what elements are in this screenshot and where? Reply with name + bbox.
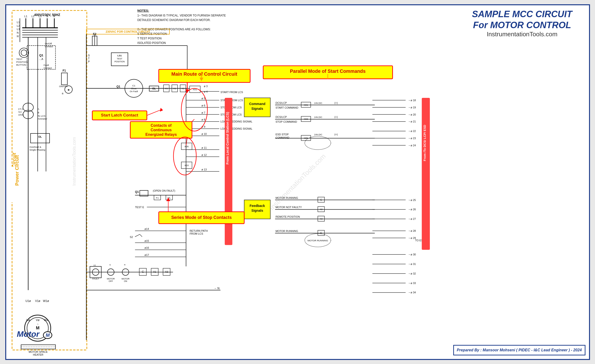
svg-text:L1: L1 (17, 21, 20, 24)
svg-text:X2: X2 (319, 208, 323, 211)
svg-text:TEST: TEST (16, 58, 22, 60)
svg-text:Feedback: Feedback (249, 204, 265, 208)
svg-text:S2: S2 (130, 236, 133, 238)
svg-text:ESD STOP: ESD STOP (276, 133, 289, 136)
svg-text:Q1: Q1 (116, 85, 120, 88)
svg-text:→ø 29: →ø 29 (408, 236, 416, 239)
svg-text:Contact: Contact (43, 67, 51, 69)
svg-text:ø 10: ø 10 (201, 132, 207, 135)
svg-text:X03: X03 (184, 164, 189, 167)
svg-point-284 (173, 137, 196, 175)
svg-text:N': N' (53, 15, 55, 18)
svg-text:TEST: TEST (117, 57, 122, 60)
svg-text:Start Latch Contact: Start Latch Contact (101, 113, 138, 117)
svg-text:...A: ...A (39, 57, 43, 60)
svg-text:OFF: OFF (109, 280, 113, 282)
svg-text:MOTOR SPACE: MOTOR SPACE (28, 350, 48, 353)
svg-text:L2: L2 (17, 24, 20, 27)
svg-text:ON/OFF: ON/OFF (59, 85, 68, 88)
svg-text:⊗: ⊗ (68, 89, 70, 91)
svg-text:→ø 27: →ø 27 (408, 217, 416, 220)
svg-text:InstrumentationTools.com: InstrumentationTools.com (72, 137, 77, 186)
svg-text:C: C (320, 198, 322, 201)
svg-text:G: G (109, 264, 111, 266)
svg-text:Single Phasing: Single Phasing (29, 149, 45, 151)
svg-text:STOP COMMAND: STOP COMMAND (276, 120, 297, 123)
svg-point-21 (21, 50, 27, 56)
svg-text:ON: ON (124, 280, 127, 282)
svg-text:L1: L1 (24, 15, 27, 18)
svg-text:→ø 30: →ø 30 (408, 253, 416, 256)
svg-text:MOTOR NOT FAULTY: MOTOR NOT FAULTY (276, 206, 302, 209)
svg-text:10VA: 10VA (18, 113, 24, 116)
svg-text:(+): (+) (334, 101, 338, 104)
svg-text:→ N: → N (214, 287, 219, 290)
svg-text:T: T (88, 57, 90, 60)
svg-text:MOTOR RUNNING: MOTOR RUNNING (307, 239, 328, 242)
svg-text:C1: C1 (132, 84, 135, 87)
svg-text:POSITION: POSITION (114, 60, 125, 63)
svg-text:ø 7: ø 7 (201, 111, 205, 114)
svg-text:TEST E: TEST E (135, 206, 144, 209)
svg-text:OL: OL (38, 135, 42, 138)
svg-text:Q1: Q1 (135, 190, 139, 193)
svg-marker-278 (160, 108, 163, 112)
svg-text:24V,DC: 24V,DC (314, 116, 322, 118)
prepared-by: Prepared By : Mansoor Mohseni ( PIDEC - … (453, 345, 585, 355)
svg-text:X01: X01 (304, 104, 308, 106)
svg-text:→ø 19: →ø 19 (408, 106, 416, 109)
svg-text:X2: X2 (93, 264, 96, 266)
svg-rect-32 (61, 73, 67, 85)
svg-text:MOTOR: MOTOR (121, 278, 130, 280)
svg-text:MOTOR RUNNING: MOTOR RUNNING (276, 230, 298, 233)
svg-text:Vø: Vø (36, 318, 40, 322)
svg-text:S: S (88, 54, 90, 57)
svg-text:→ø 25: →ø 25 (408, 199, 416, 201)
svg-text:To LCS: To LCS (37, 114, 45, 117)
svg-text:ø 3: ø 3 (204, 85, 208, 88)
svg-text:From Local Control Station (LC: From Local Control Station (LCS) (225, 112, 229, 164)
svg-text:DCS/LCP: DCS/LCP (276, 101, 287, 104)
svg-text:/1A: /1A (18, 111, 22, 113)
svg-text:On Fault: On Fault (130, 90, 138, 93)
svg-text:ø 6: ø 6 (201, 104, 205, 107)
svg-text:Main Route of Control Circuit: Main Route of Control Circuit (171, 71, 237, 77)
svg-text:X3: X3 (319, 217, 323, 220)
svg-text:RETURN PATH: RETURN PATH (190, 229, 208, 232)
svg-text:START COMMAND: START COMMAND (276, 106, 298, 109)
svg-text:DCS/LCP: DCS/LCP (276, 115, 287, 118)
svg-text:FAULT: FAULT (92, 278, 99, 280)
svg-text:Overload &: Overload & (29, 146, 41, 148)
svg-text:Power Circuit: Power Circuit (14, 155, 20, 186)
main-container: InstrumentationTools.com SAMPLE MCC CIRC… (5, 4, 590, 360)
svg-text:C: C (142, 270, 144, 273)
svg-point-283 (181, 88, 207, 131)
svg-text:230VAC FOR CONTROL CIRCUIT: 230VAC FOR CONTROL CIRCUIT (106, 30, 150, 33)
svg-text:R: R (124, 264, 125, 266)
svg-text:→ø 21: →ø 21 (408, 120, 416, 123)
svg-text:Series Mode of Stop Contacts: Series Mode of Stop Contacts (171, 215, 232, 220)
svg-text:LS1: LS1 (117, 54, 122, 57)
svg-text:→ø 33: →ø 33 (408, 282, 416, 285)
svg-text:START FROM LCS: START FROM LCS (220, 91, 243, 93)
svg-text:MOTOR RUNNING: MOTOR RUNNING (276, 196, 298, 199)
motor-label: Motor M (17, 329, 52, 339)
svg-text:(+): (+) (334, 115, 338, 118)
svg-text:F1: F1 (63, 69, 66, 72)
svg-text:24V,DC: 24V,DC (314, 133, 322, 136)
svg-text:Q1: Q1 (39, 53, 43, 57)
svg-text:N: N (46, 15, 48, 18)
svg-text:ø17: ø17 (144, 253, 149, 256)
svg-text:→ø 34: →ø 34 (408, 291, 416, 294)
svg-text:Command: Command (249, 102, 265, 106)
svg-text:X3: X3 (165, 271, 168, 273)
svg-text:U1ø: U1ø (25, 299, 31, 303)
svg-text:Energized Relays: Energized Relays (145, 132, 177, 136)
svg-text:Contacts of: Contacts of (151, 123, 172, 128)
svg-text:ø16: ø16 (144, 246, 149, 249)
svg-text:MOTOR: MOTOR (107, 278, 115, 280)
svg-text:W1ø: W1ø (43, 299, 49, 303)
svg-text:Uø: Uø (26, 318, 30, 322)
svg-text:B: B (62, 92, 64, 95)
svg-text:24V,DC: 24V,DC (314, 102, 322, 104)
